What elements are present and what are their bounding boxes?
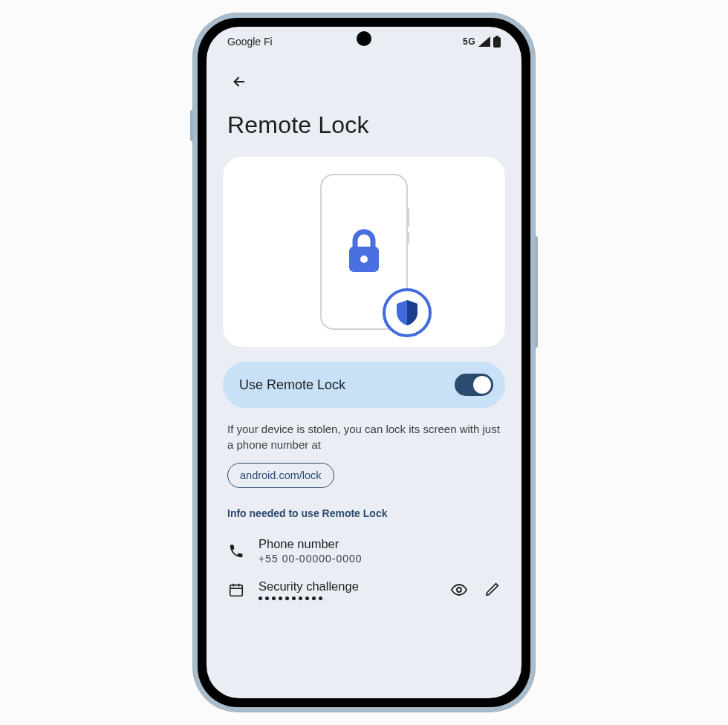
svg-rect-1 [495, 36, 498, 38]
shield-icon [394, 299, 420, 327]
carrier-label: Google Fi [227, 36, 273, 48]
feature-description: If your device is stolen, you can lock i… [223, 421, 505, 452]
security-title: Security challenge [259, 579, 359, 594]
network-label: 5G [463, 36, 475, 47]
svg-rect-0 [493, 37, 501, 48]
phone-value: +55 00-00000-0000 [259, 553, 363, 565]
screen: Google Fi 5G Remote Lock [207, 27, 521, 698]
use-remote-lock-toggle[interactable]: Use Remote Lock [223, 362, 505, 408]
section-hint: Info needed to use Remote Lock [223, 507, 505, 519]
phone-icon [228, 543, 244, 559]
toggle-label: Use Remote Lock [239, 377, 345, 393]
back-button[interactable] [227, 70, 251, 94]
lock-url-chip[interactable]: android.com/lock [227, 463, 334, 488]
calendar-icon [228, 582, 244, 598]
page-title: Remote Lock [223, 111, 505, 157]
security-hidden-value [259, 596, 359, 600]
phone-frame: Google Fi 5G Remote Lock [193, 13, 535, 712]
signal-icon [478, 36, 490, 47]
edit-icon[interactable] [484, 581, 501, 597]
list-item-phone[interactable]: Phone number +55 00-00000-0000 [223, 530, 505, 572]
illustration-phone [320, 174, 408, 330]
list-item-security[interactable]: Security challenge [223, 572, 505, 608]
arrow-back-icon [231, 74, 247, 90]
shield-badge [383, 288, 432, 337]
lock-icon [345, 229, 383, 275]
switch-on[interactable] [455, 374, 493, 396]
svg-rect-4 [230, 585, 243, 596]
illustration-card [223, 157, 505, 347]
phone-title: Phone number [259, 537, 363, 551]
visibility-icon[interactable] [450, 581, 468, 599]
svg-point-3 [360, 256, 368, 263]
svg-point-5 [457, 588, 461, 592]
camera-hole [357, 31, 371, 46]
battery-icon [493, 36, 501, 48]
